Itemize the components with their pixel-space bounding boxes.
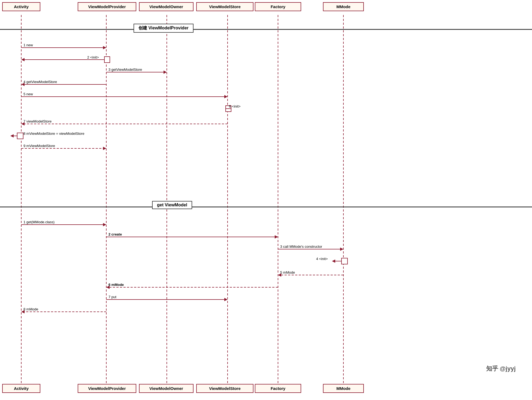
svg-marker-18 (224, 95, 228, 98)
section1-label: 创建 ViewModelProvider (134, 24, 194, 33)
label-b8: 8 mMode (23, 307, 38, 311)
label-a6: 6 <init> (229, 104, 241, 108)
lifeline-box-vmp-top: ViewModelProvider (78, 2, 136, 11)
svg-marker-31 (103, 223, 106, 226)
sequence-diagram: Activity ViewModelProvider ViewModelOwne… (0, 0, 532, 400)
svg-marker-12 (21, 58, 25, 61)
svg-marker-27 (10, 134, 14, 138)
watermark: 知乎 @jyyj (486, 365, 516, 373)
lifeline-box-vmo-bottom: ViewModelOwner (139, 384, 194, 393)
svg-marker-38 (332, 259, 335, 263)
svg-marker-29 (103, 147, 106, 150)
label-a1: 1 new (23, 43, 33, 47)
lifeline-box-mmode-bottom: MMode (323, 384, 364, 393)
lifeline-box-activity-top: Activity (2, 2, 40, 11)
lifeline-box-vms-top: ViewModelStore (196, 2, 253, 11)
label-a8: 8 mViewModelStore = viewModelStore (23, 132, 84, 136)
lifeline-box-vms-bottom: ViewModelStore (196, 384, 253, 393)
label-b6: 6 mMode (108, 283, 124, 287)
label-a5: 5 new (23, 92, 33, 96)
lifeline-box-vmo-top: ViewModelOwner (139, 2, 194, 11)
label-a9: 9 mViewModelStore (23, 144, 55, 148)
label-b3: 3 call MMode's constructor (280, 245, 322, 249)
svg-marker-44 (224, 298, 228, 301)
lifeline-box-mmode-top: MMode (323, 2, 364, 11)
svg-rect-36 (341, 258, 347, 264)
label-a2: 2 <init> (87, 55, 99, 59)
svg-rect-10 (104, 57, 110, 63)
svg-marker-35 (340, 248, 343, 251)
lifeline-box-vmp-bottom: ViewModelProvider (78, 384, 136, 393)
diagram-svg (0, 0, 532, 400)
label-a4: 4 getViewModelStore (23, 80, 57, 84)
label-a7: 7 viewModelStore (23, 119, 52, 123)
label-b7: 7 put (108, 295, 116, 299)
label-b2: 2 create (108, 232, 122, 236)
svg-marker-33 (275, 235, 278, 239)
label-b4: 4 <init> (316, 257, 328, 261)
lifeline-box-activity-bottom: Activity (2, 384, 40, 393)
lifeline-box-factory-bottom: Factory (255, 384, 301, 393)
svg-marker-14 (164, 71, 167, 74)
section2-label: get ViewModel (152, 201, 192, 209)
svg-rect-25 (17, 133, 23, 139)
lifeline-box-factory-top: Factory (255, 2, 301, 11)
svg-marker-9 (103, 46, 106, 49)
label-b5: 5 mMode (280, 270, 295, 274)
label-a3: 3 getViewModelStore (108, 68, 142, 72)
label-b1: 1 get(MMode.class) (23, 220, 55, 224)
